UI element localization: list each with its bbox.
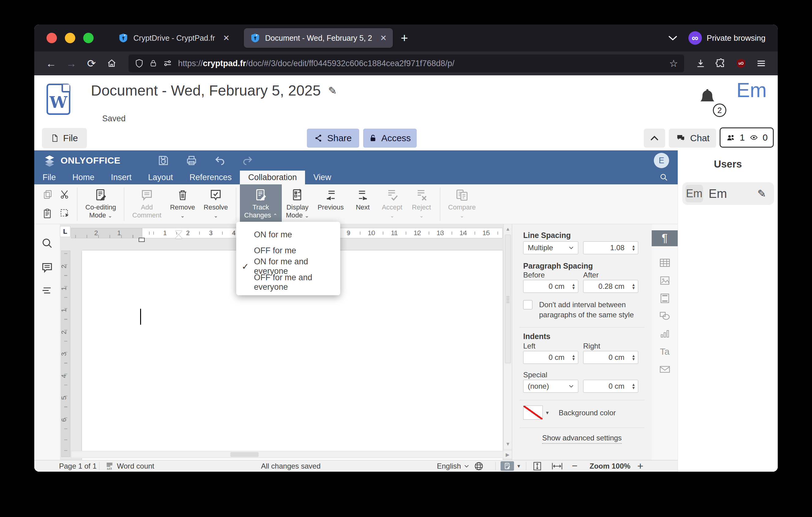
vertical-scroll-thumb[interactable] — [505, 235, 511, 363]
show-advanced-settings-link[interactable]: Show advanced settings — [512, 434, 652, 442]
scroll-up-button[interactable]: ▲ — [504, 225, 511, 233]
indent-marker[interactable] — [175, 230, 182, 239]
print-icon[interactable] — [185, 154, 198, 167]
extensions-icon[interactable] — [715, 58, 726, 69]
share-button[interactable]: Share — [307, 129, 359, 147]
next-change-button[interactable]: Next — [348, 184, 378, 224]
vertical-scrollbar[interactable]: ▲ ▼ — [503, 224, 512, 449]
menu-tab-file[interactable]: File — [34, 171, 64, 184]
spinner-arrows[interactable]: ▲▼ — [632, 351, 635, 363]
ublock-origin-icon[interactable]: uO — [735, 58, 747, 69]
dropdown-item-off-for-everyone[interactable]: OFF for me and everyone — [236, 274, 340, 290]
reload-button[interactable]: ⟳ — [83, 55, 100, 72]
navigation-panel-icon[interactable] — [41, 285, 53, 297]
dropdown-item-off-for-me[interactable]: OFF for me — [236, 243, 340, 258]
save-icon[interactable] — [157, 154, 170, 167]
chat-button[interactable]: Chat — [669, 129, 716, 147]
new-tab-button[interactable]: + — [401, 31, 408, 45]
menu-tab-collaboration[interactable]: Collaboration — [240, 171, 305, 184]
notifications-bell[interactable]: 2 — [698, 88, 728, 117]
v-ruler[interactable]: 21123456 — [61, 250, 70, 457]
menu-tab-insert[interactable]: Insert — [103, 171, 140, 184]
tab-cryptdrive[interactable]: CryptDrive - CryptPad.fr ✕ — [112, 28, 236, 48]
spinner-arrows[interactable]: ▲▼ — [632, 380, 635, 392]
fit-page-button[interactable] — [533, 460, 542, 472]
horizontal-scroll-thumb[interactable] — [230, 452, 259, 457]
paragraph-settings-tab[interactable]: ¶ — [652, 230, 678, 246]
cut-icon[interactable] — [60, 189, 70, 200]
left-indent-marker[interactable] — [139, 238, 145, 242]
edit-name-pencil-icon[interactable]: ✎ — [757, 187, 766, 200]
editor-user-avatar[interactable]: E — [654, 153, 669, 168]
close-window-button[interactable] — [47, 33, 57, 43]
track-changes-button[interactable]: TrackChanges ⌃ — [240, 184, 282, 224]
tab-stop-selector[interactable]: L — [60, 226, 70, 237]
textart-settings-tab[interactable]: Ta — [652, 344, 678, 360]
presence-indicator[interactable]: 1 0 — [720, 128, 774, 147]
url-bar[interactable]: https://cryptpad.fr/doc/#/3/doc/edit/ff0… — [128, 55, 684, 72]
forward-button[interactable]: → — [62, 55, 80, 72]
track-status-chevron-icon[interactable]: ▼ — [517, 460, 521, 472]
coediting-mode-button[interactable]: Co-editingMode ⌄ — [81, 184, 120, 224]
file-button[interactable]: File — [42, 128, 87, 148]
special-amount-input[interactable]: 0 cm ▲▼ — [583, 380, 638, 393]
line-spacing-value-input[interactable]: 1.08 ▲▼ — [583, 241, 638, 254]
display-mode-button[interactable]: DisplayMode ⌄ — [282, 184, 313, 224]
fullscreen-window-button[interactable] — [83, 33, 94, 43]
spacing-after-input[interactable]: 0.28 cm ▲▼ — [583, 280, 638, 293]
resolve-comment-button[interactable]: Resolve⌄ — [200, 184, 232, 224]
page-indicator[interactable]: Page 1 of 1 — [59, 460, 97, 472]
copy-icon[interactable] — [42, 189, 53, 200]
spinner-arrows[interactable]: ▲▼ — [632, 280, 635, 293]
rename-pencil-icon[interactable]: ✎ — [328, 84, 337, 97]
list-tabs-chevron-icon[interactable] — [668, 35, 678, 41]
spacing-before-input[interactable]: 0 cm ▲▼ — [523, 280, 578, 293]
menu-tab-view[interactable]: View — [305, 171, 339, 184]
special-select[interactable]: (none) — [523, 380, 578, 393]
spinner-arrows[interactable]: ▲▼ — [572, 351, 576, 363]
dropdown-item-on-for-me[interactable]: ON for me — [236, 227, 340, 243]
menu-tab-references[interactable]: References — [181, 171, 240, 184]
bookmark-star-icon[interactable]: ☆ — [669, 58, 678, 69]
spinner-arrows[interactable]: ▲▼ — [572, 280, 576, 293]
redo-icon[interactable] — [242, 154, 254, 167]
reject-change-button[interactable]: Reject⌄ — [407, 184, 436, 224]
shape-settings-tab[interactable] — [652, 308, 678, 324]
add-comment-button[interactable]: AddComment — [128, 184, 166, 224]
dropdown-item-on-for-everyone[interactable]: ✓ON for me and everyone — [236, 258, 340, 274]
lock-icon[interactable] — [149, 58, 157, 69]
comments-panel-icon[interactable] — [41, 262, 53, 274]
minimize-window-button[interactable] — [65, 33, 75, 43]
user-list-item[interactable]: Em Em ✎ — [682, 182, 774, 205]
find-icon[interactable] — [41, 237, 53, 249]
document-title[interactable]: Document - Wed, February 5, 2025 ✎ — [91, 82, 337, 99]
scroll-right-button[interactable]: ▶ — [503, 451, 512, 458]
tracking-shield-icon[interactable] — [135, 58, 144, 69]
zoom-level[interactable]: Zoom 100% — [589, 460, 630, 472]
headers-footers-settings-tab[interactable] — [652, 290, 678, 306]
search-icon[interactable] — [659, 173, 668, 182]
menu-hamburger-icon[interactable] — [756, 58, 767, 69]
mail-merge-settings-tab[interactable] — [652, 361, 678, 377]
zoom-out-button[interactable]: − — [572, 460, 578, 472]
compare-button[interactable]: Compare⌄ — [444, 184, 480, 224]
accept-change-button[interactable]: Accept⌄ — [378, 184, 407, 224]
undo-icon[interactable] — [213, 154, 226, 167]
access-button[interactable]: Access — [363, 129, 417, 147]
menu-tab-layout[interactable]: Layout — [140, 171, 181, 184]
remove-comment-button[interactable]: Remove⌄ — [166, 184, 200, 224]
indent-left-input[interactable]: 0 cm ▲▼ — [523, 351, 578, 364]
indent-right-input[interactable]: 0 cm ▲▼ — [583, 351, 638, 364]
tab-close-icon[interactable]: ✕ — [380, 33, 387, 43]
menu-tab-home[interactable]: Home — [64, 171, 103, 184]
horizontal-scrollbar[interactable] — [71, 451, 503, 458]
table-settings-tab[interactable] — [652, 255, 678, 271]
tab-close-icon[interactable]: ✕ — [223, 33, 230, 43]
background-color-swatch[interactable] — [523, 406, 543, 419]
account-name-button[interactable]: Em — [736, 78, 767, 102]
previous-change-button[interactable]: Previous — [313, 184, 348, 224]
url-text[interactable]: https://cryptpad.fr/doc/#/3/doc/edit/ff0… — [178, 59, 664, 68]
collapse-toolbar-button[interactable] — [644, 129, 665, 147]
spellcheck-language-button[interactable] — [474, 460, 484, 472]
image-settings-tab[interactable] — [652, 273, 678, 289]
